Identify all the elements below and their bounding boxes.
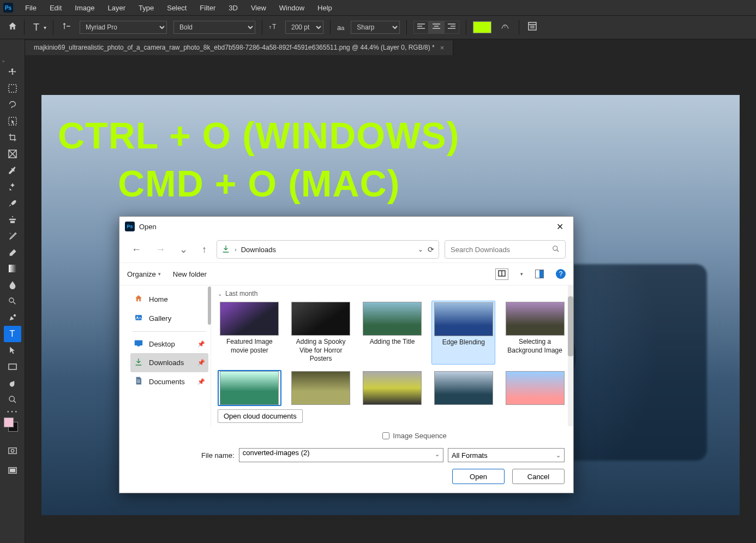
menu-3d[interactable]: 3D	[222, 2, 244, 14]
dodge-tool[interactable]	[4, 293, 21, 309]
address-bar[interactable]: › Downloads ⌄ ⟳	[217, 240, 439, 259]
menu-help[interactable]: Help	[311, 2, 339, 14]
pen-tool[interactable]	[4, 309, 21, 326]
screen-mode-icon[interactable]	[4, 462, 21, 479]
marquee-tool[interactable]	[4, 80, 21, 97]
file-item[interactable]	[431, 370, 495, 406]
forward-arrow-icon[interactable]: →	[151, 242, 170, 258]
menu-image[interactable]: Image	[68, 2, 101, 14]
path-selection-tool[interactable]	[4, 342, 21, 359]
file-item[interactable]: Selecting a Background Image	[503, 301, 567, 365]
text-tool-icon[interactable]: T	[31, 21, 41, 34]
chevron-down-icon[interactable]: ⌄	[435, 451, 440, 458]
file-item[interactable]	[361, 370, 424, 406]
preview-pane-button[interactable]	[535, 270, 544, 278]
open-button[interactable]: Open	[452, 469, 505, 484]
cancel-button[interactable]: Cancel	[512, 469, 565, 484]
foreground-color-swatch[interactable]	[4, 417, 14, 427]
sidebar-item-downloads[interactable]: Downloads 📌	[130, 353, 208, 372]
close-tab-icon[interactable]: ×	[440, 44, 445, 52]
chevron-down-icon[interactable]: ▾	[44, 25, 46, 31]
object-selection-tool[interactable]	[4, 113, 21, 129]
file-formats-select[interactable]: All Formats ⌄	[448, 448, 565, 462]
eyedropper-tool[interactable]	[4, 162, 21, 178]
align-center-button[interactable]	[429, 21, 444, 34]
new-folder-button[interactable]: New folder	[173, 270, 207, 278]
warp-text-icon[interactable]: T	[498, 20, 512, 35]
font-size-icon: TT	[269, 23, 279, 32]
zoom-tool[interactable]	[4, 391, 21, 408]
foreground-background-swatches[interactable]	[4, 417, 21, 435]
sidebar-item-gallery[interactable]: Gallery	[130, 309, 208, 328]
font-family-select[interactable]: Myriad Pro	[80, 21, 167, 34]
search-box[interactable]	[445, 240, 566, 259]
filename-input[interactable]: converted-images (2) ⌄	[239, 448, 443, 462]
sidebar-item-home[interactable]: Home	[130, 290, 208, 309]
file-item[interactable]	[503, 370, 567, 406]
group-header-last-month[interactable]: ⌄ Last month	[218, 290, 567, 297]
file-item-focused[interactable]	[218, 370, 281, 406]
recent-chevron-icon[interactable]: ⌄	[175, 241, 192, 258]
font-style-select[interactable]: Bold	[173, 21, 255, 34]
file-item[interactable]: Featured Image movie poster	[218, 301, 281, 365]
organize-button[interactable]: Organize	[127, 270, 161, 278]
menu-layer[interactable]: Layer	[101, 2, 133, 14]
pin-icon[interactable]: 📌	[197, 378, 205, 385]
crop-tool[interactable]	[4, 129, 21, 146]
align-left-button[interactable]	[413, 21, 429, 34]
hand-tool[interactable]	[4, 375, 21, 391]
antialias-select[interactable]: Sharp	[351, 21, 400, 34]
eraser-tool[interactable]	[4, 244, 21, 260]
pin-icon[interactable]: 📌	[197, 341, 205, 348]
text-orientation-icon[interactable]	[60, 21, 73, 34]
menu-file[interactable]: File	[19, 2, 43, 14]
frame-tool[interactable]	[4, 146, 21, 162]
toolbar-handle-icon[interactable]: »	[2, 59, 4, 64]
refresh-icon[interactable]: ⟳	[428, 245, 434, 254]
help-button[interactable]: ?	[556, 269, 566, 279]
image-sequence-checkbox[interactable]	[382, 432, 389, 439]
file-item[interactable]	[289, 370, 353, 406]
font-size-select[interactable]: 200 pt	[285, 21, 323, 34]
rectangle-tool[interactable]	[4, 359, 21, 375]
menu-view[interactable]: View	[244, 2, 273, 14]
toolbar-more-icon[interactable]: ● ● ●	[7, 410, 17, 413]
address-dropdown-icon[interactable]: ⌄	[418, 246, 423, 253]
quick-mask-icon[interactable]	[4, 443, 21, 459]
sidebar-item-documents[interactable]: Documents 📌	[130, 372, 208, 391]
lasso-tool[interactable]	[4, 97, 21, 113]
file-item[interactable]: Adding a Spooky Vibe for Horror Posters	[289, 301, 353, 365]
breadcrumb-downloads[interactable]: Downloads	[241, 246, 276, 254]
menu-select[interactable]: Select	[160, 2, 193, 14]
blur-tool[interactable]	[4, 277, 21, 293]
view-mode-button[interactable]	[495, 268, 508, 280]
file-item-selected[interactable]: Edge Blending	[431, 301, 495, 365]
menu-type[interactable]: Type	[132, 2, 160, 14]
history-brush-tool[interactable]	[4, 228, 21, 244]
svg-rect-35	[137, 345, 140, 347]
menu-filter[interactable]: Filter	[193, 2, 222, 14]
up-arrow-icon[interactable]: ↑	[197, 242, 211, 258]
align-right-button[interactable]	[444, 21, 459, 34]
gradient-tool[interactable]	[4, 260, 21, 277]
open-cloud-documents-button[interactable]: Open cloud documents	[218, 409, 303, 423]
move-tool[interactable]	[4, 64, 21, 80]
clone-stamp-tool[interactable]	[4, 211, 21, 228]
menu-window[interactable]: Window	[273, 2, 311, 14]
menu-edit[interactable]: Edit	[43, 2, 68, 14]
back-arrow-icon[interactable]: ←	[127, 242, 146, 258]
file-list-scrollbar-thumb[interactable]	[568, 296, 573, 356]
search-input[interactable]	[451, 246, 550, 254]
healing-brush-tool[interactable]	[4, 178, 21, 195]
home-icon[interactable]	[8, 21, 17, 34]
type-tool[interactable]: T	[4, 326, 21, 342]
file-item[interactable]: Adding the Title	[361, 301, 424, 365]
view-mode-chevron-icon[interactable]: ▾	[520, 271, 523, 277]
dialog-close-button[interactable]: ✕	[552, 219, 568, 234]
character-panel-icon[interactable]	[526, 20, 539, 35]
brush-tool[interactable]	[4, 195, 21, 211]
document-tab[interactable]: majkinio69_ultrarealistic_photo_of_a_cam…	[25, 40, 453, 55]
sidebar-item-desktop[interactable]: Desktop 📌	[130, 335, 208, 353]
pin-icon[interactable]: 📌	[197, 359, 205, 366]
text-color-swatch[interactable]	[473, 21, 491, 33]
